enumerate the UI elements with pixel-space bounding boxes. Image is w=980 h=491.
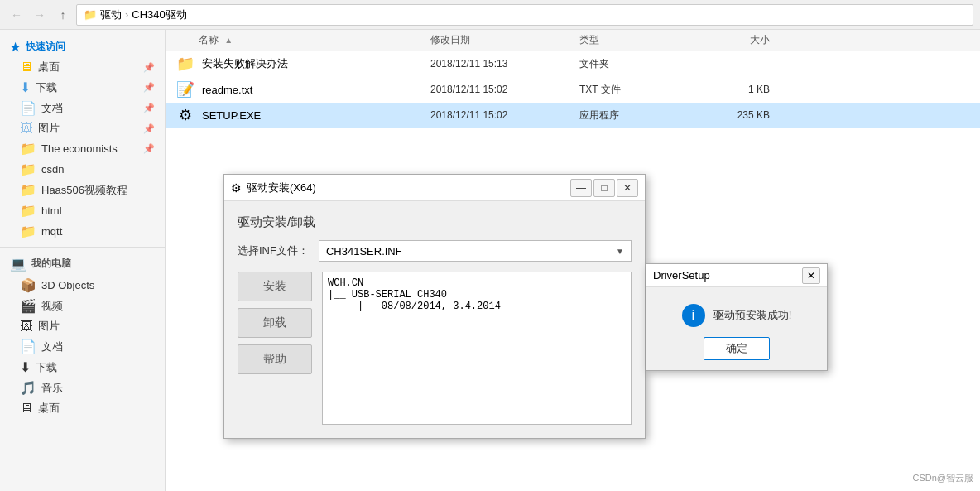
driver-dialog-maximize[interactable]: □ (593, 179, 615, 197)
file-date-1: 2018/12/11 15:02 (430, 84, 579, 95)
inf-dropdown[interactable]: CH341SER.INF ▼ (319, 240, 632, 262)
sidebar-item-desktop[interactable]: 🖥 桌面 📌 (0, 57, 165, 77)
sidebar-item-economists[interactable]: 📁 The economists 📌 (0, 138, 165, 159)
forward-button[interactable]: → (30, 5, 50, 25)
videos-icon: 🎬 (20, 298, 36, 314)
col-header-type[interactable]: 类型 (579, 33, 704, 47)
breadcrumb-segment-2: CH340驱动 (132, 7, 186, 22)
sidebar-label-pictures: 图片 (38, 319, 60, 334)
haas-folder-icon: 📁 (20, 182, 36, 198)
sidebar-label-mqtt: mqtt (41, 225, 62, 238)
file-size-2: 235 KB (704, 109, 786, 121)
file-name-0: 安装失败解决办法 (202, 56, 288, 71)
col-name-label: 名称 (199, 34, 219, 46)
pictures-icon: 🖼 (20, 319, 33, 334)
table-row[interactable]: ⚙ SETUP.EXE 2018/12/11 15:02 应用程序 235 KB (166, 103, 980, 128)
pc-icon: 💻 (10, 256, 26, 272)
sidebar-item-mqtt[interactable]: 📁 mqtt (0, 221, 165, 242)
sidebar-item-csdn[interactable]: 📁 csdn (0, 159, 165, 180)
pin-icon-dl: 📌 (143, 82, 155, 93)
sidebar-label-music: 音乐 (41, 381, 63, 396)
success-ok-button[interactable]: 确定 (704, 337, 770, 360)
sidebar-item-pictures[interactable]: 🖼 图片 (0, 316, 165, 336)
sidebar-item-downloads[interactable]: ⬇ 下载 📌 (0, 77, 165, 98)
sidebar-item-haas[interactable]: 📁 Haas506视频教程 (0, 180, 165, 200)
driver-section-title: 驱动安装/卸载 (238, 214, 632, 230)
driver-dialog-content: 驱动安装/卸载 选择INF文件： CH341SER.INF ▼ 安装 卸载 帮助… (224, 201, 645, 438)
pics-icon: 🖼 (20, 121, 33, 136)
sidebar-label-pics: 图片 (38, 121, 60, 136)
sidebar-label-downloads: 下载 (36, 80, 57, 95)
install-button[interactable]: 安装 (238, 272, 312, 301)
economists-folder-icon: 📁 (20, 141, 36, 156)
col-header-date[interactable]: 修改日期 (430, 33, 579, 47)
success-dialog: DriverSetup ✕ i 驱动预安装成功! 确定 (646, 263, 828, 371)
back-button[interactable]: ← (7, 5, 26, 25)
sidebar-item-docs[interactable]: 📄 文档 📌 (0, 98, 165, 118)
sidebar-quickaccess-title: ★ 快速访问 (0, 36, 165, 57)
info-icon: i (682, 304, 705, 327)
sidebar-item-documents2[interactable]: 📄 文档 (0, 336, 165, 357)
file-date-0: 2018/12/11 15:13 (430, 58, 579, 70)
file-type-1: TXT 文件 (579, 83, 704, 97)
driver-dialog-icon: ⚙ (231, 181, 242, 195)
file-list-header: 名称 ▲ 修改日期 类型 大小 (166, 30, 980, 51)
file-type-2: 应用程序 (579, 108, 704, 123)
file-icon-txt: 📝 (175, 80, 195, 99)
dropdown-arrow-icon: ▼ (616, 247, 624, 256)
success-title: DriverSetup (653, 269, 710, 282)
driver-dialog-minimize[interactable]: — (570, 179, 592, 197)
success-msg-row: i 驱动预安装成功! (682, 304, 792, 327)
file-name-1: readme.txt (202, 84, 252, 96)
sidebar-item-3dobjects[interactable]: 📦 3D Objects (0, 275, 165, 296)
sidebar-mypc-title: 💻 我的电脑 (0, 253, 165, 275)
docs-icon: 📄 (20, 100, 36, 116)
sidebar-label-economists: The economists (41, 142, 118, 155)
table-row[interactable]: 📝 readme.txt 2018/12/11 15:02 TXT 文件 1 K… (166, 77, 980, 103)
pin-icon: 📌 (143, 62, 155, 73)
inf-value: CH341SER.INF (326, 245, 402, 258)
folder-icon: 🖥 (20, 60, 33, 75)
col-date-label: 修改日期 (430, 34, 470, 46)
sidebar-item-desktop2[interactable]: 🖥 桌面 (0, 398, 165, 418)
col-header-size[interactable]: 大小 (704, 33, 786, 47)
table-row[interactable]: 📁 安装失败解决办法 2018/12/11 15:13 文件夹 (166, 51, 980, 77)
sidebar-label-desktop: 桌面 (38, 60, 60, 75)
driver-dialog-close[interactable]: ✕ (617, 179, 638, 197)
sidebar-item-videos[interactable]: 🎬 视频 (0, 296, 165, 316)
sidebar-label-docs: 文档 (41, 101, 63, 116)
driver-log: WCH.CN |__ USB-SERIAL CH340 |__ 08/08/20… (322, 272, 632, 425)
3dobjects-icon: 📦 (20, 277, 36, 293)
uninstall-button[interactable]: 卸载 (238, 308, 312, 338)
sidebar: ★ 快速访问 🖥 桌面 📌 ⬇ 下载 📌 📄 文 (0, 30, 166, 491)
sidebar-item-music[interactable]: 🎵 音乐 (0, 378, 165, 398)
dialog-bottom: 安装 卸载 帮助 WCH.CN |__ USB-SERIAL CH340 |__… (238, 272, 632, 425)
breadcrumb[interactable]: 📁 驱动 › CH340驱动 (76, 4, 973, 26)
success-content: i 驱动预安装成功! 确定 (646, 287, 827, 370)
documents2-icon: 📄 (20, 339, 36, 354)
col-header-name[interactable]: 名称 ▲ (166, 33, 430, 47)
sidebar-item-html[interactable]: 📁 html (0, 200, 165, 221)
pin-icon-docs: 📌 (143, 103, 155, 113)
file-icon-exe: ⚙ (175, 106, 195, 124)
up-button[interactable]: ↑ (53, 5, 73, 25)
sidebar-label-3dobjects: 3D Objects (41, 279, 94, 291)
downloads2-icon: ⬇ (20, 359, 31, 375)
col-size-label: 大小 (750, 34, 770, 46)
watermark: CSDn@智云服 (912, 472, 973, 484)
sidebar-label-html: html (41, 205, 62, 217)
sidebar-item-pics[interactable]: 🖼 图片 📌 (0, 118, 165, 138)
file-size-1: 1 KB (704, 84, 786, 95)
success-close-button[interactable]: ✕ (802, 267, 820, 284)
sidebar-item-downloads2[interactable]: ⬇ 下载 (0, 357, 165, 378)
driver-dialog-title: 驱动安装(X64) (247, 181, 316, 195)
csdn-folder-icon: 📁 (20, 161, 36, 177)
help-button[interactable]: 帮助 (238, 344, 312, 374)
dialog-buttons: 安装 卸载 帮助 (238, 272, 312, 425)
sidebar-quickaccess-label: 快速访问 (26, 40, 65, 54)
inf-select-row: 选择INF文件： CH341SER.INF ▼ (238, 240, 632, 262)
sidebar-mypc-label: 我的电脑 (31, 257, 71, 271)
pin-icon-pics: 📌 (143, 123, 155, 134)
inf-label: 选择INF文件： (238, 243, 309, 258)
file-date-2: 2018/12/11 15:02 (430, 109, 579, 121)
